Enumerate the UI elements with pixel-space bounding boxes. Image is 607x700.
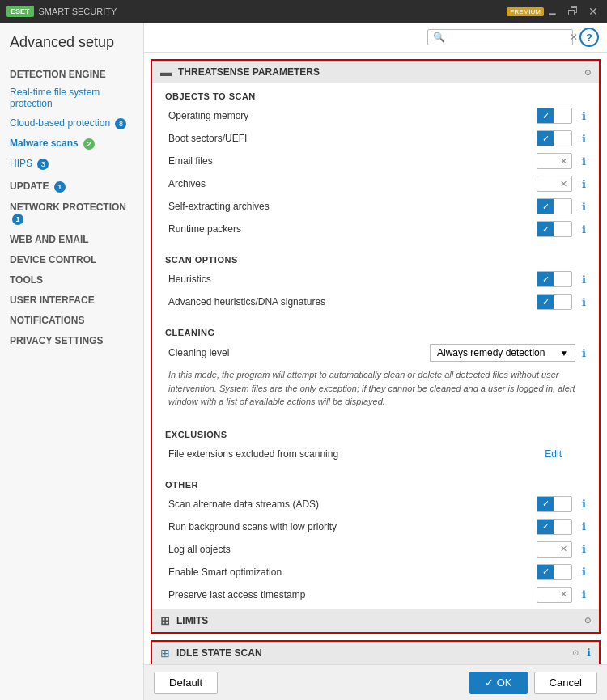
sidebar-item-cloud[interactable]: Cloud-based protection 8 <box>0 113 143 134</box>
ads-toggle[interactable]: ✓ <box>537 496 572 512</box>
runtime-packers-toggle[interactable]: ✓ <box>537 221 572 237</box>
log-all-objects-label: Log all objects <box>168 544 537 555</box>
malware-badge: 2 <box>83 138 95 150</box>
file-ext-exclusions-row: File extensions excluded from scanning E… <box>152 443 599 465</box>
last-access-timestamp-toggle[interactable]: ✕ <box>537 587 572 603</box>
operating-memory-toggle[interactable]: ✓ <box>537 108 572 124</box>
close-button[interactable]: ✕ <box>586 6 601 17</box>
sidebar-item-device[interactable]: DEVICE CONTROL <box>0 248 143 268</box>
email-files-toggle[interactable]: ✕ <box>537 153 572 169</box>
file-ext-label: File extensions excluded from scanning <box>168 448 545 460</box>
sidebar-item-realtime[interactable]: Real-time file system protection <box>0 83 143 113</box>
archives-info-icon[interactable]: ℹ <box>582 178 586 190</box>
section-scroll-icon: ⊙ <box>584 68 591 77</box>
last-access-timestamp-info-icon[interactable]: ℹ <box>582 588 586 600</box>
cancel-button[interactable]: Cancel <box>534 672 597 694</box>
maximize-button[interactable]: 🗗 <box>565 6 581 17</box>
idle-scan-info-icon[interactable]: ℹ <box>587 647 591 659</box>
heuristics-toggle[interactable]: ✓ <box>537 271 572 287</box>
adv-heuristics-label: Advanced heuristics/DNA signatures <box>168 296 537 308</box>
sidebar-item-hips[interactable]: HIPS 3 <box>0 154 143 174</box>
dropdown-arrow-icon: ▼ <box>560 349 568 358</box>
sidebar-title: Advanced setup <box>0 31 143 62</box>
archives-toggle[interactable]: ✕ <box>537 176 572 192</box>
ads-info-icon[interactable]: ℹ <box>582 498 586 510</box>
smart-optimization-info-icon[interactable]: ℹ <box>582 566 586 578</box>
footer-bar: Default ✓ OK Cancel <box>144 664 607 700</box>
other-title: OTHER <box>152 472 599 493</box>
smart-optimization-row: Enable Smart optimization ✓ ℹ <box>152 561 599 583</box>
search-input[interactable] <box>448 32 570 43</box>
cleaning-description: In this mode, the program will attempt t… <box>152 365 599 415</box>
sidebar-item-detection-engine[interactable]: DETECTION ENGINE <box>0 62 143 83</box>
toggle-x-icon <box>555 565 571 579</box>
ads-label: Scan alternate data streams (ADS) <box>168 498 537 510</box>
idle-scan-title: IDLE STATE SCAN <box>176 647 572 659</box>
sidebar-item-tools[interactable]: TOOLS <box>0 268 143 288</box>
cleaning-info-icon[interactable]: ℹ <box>582 347 586 359</box>
cleaning-level-row: Cleaning level Always remedy detection ▼… <box>152 341 599 365</box>
idle-scan-header[interactable]: ⊞ IDLE STATE SCAN ⊙ ℹ <box>152 642 599 664</box>
sidebar-item-update[interactable]: UPDATE 1 <box>0 174 143 195</box>
boot-sectors-toggle[interactable]: ✓ <box>537 130 572 146</box>
adv-heuristics-toggle[interactable]: ✓ <box>537 294 572 310</box>
boot-sectors-row: Boot sectors/UEFI ✓ ℹ <box>152 127 599 150</box>
cleaning-level-dropdown[interactable]: Always remedy detection ▼ <box>430 344 575 362</box>
minimize-button[interactable]: 🗕 <box>544 6 560 17</box>
exclusions-title: EXCLUSIONS <box>152 422 599 443</box>
eset-logo: ESET <box>6 6 34 17</box>
toggle-x-icon <box>555 520 571 534</box>
log-all-objects-toggle[interactable]: ✕ <box>537 541 572 558</box>
sidebar-item-web[interactable]: WEB AND EMAIL <box>0 227 143 248</box>
help-button[interactable]: ? <box>579 28 599 47</box>
heuristics-info-icon[interactable]: ℹ <box>582 274 586 286</box>
toggle-x-icon <box>555 108 571 123</box>
toggle-check-icon: ✓ <box>537 222 554 236</box>
search-clear-icon[interactable]: ✕ <box>570 32 578 43</box>
smart-optimization-toggle[interactable]: ✓ <box>537 564 572 580</box>
toggle-x-icon <box>555 222 571 236</box>
ok-button[interactable]: ✓ OK <box>469 672 527 694</box>
toggle-x-icon <box>555 272 571 286</box>
toggle-check-icon: ✓ <box>537 131 554 146</box>
section-collapse-icon[interactable]: ▬ <box>160 66 172 78</box>
log-all-objects-info-icon[interactable]: ℹ <box>582 543 586 555</box>
sidebar-item-ui[interactable]: USER INTERFACE <box>0 288 143 308</box>
content-area: 🔍 ✕ ? ▬ THREATSENSE PARAMETERS ⊙ OBJECTS… <box>144 23 607 700</box>
background-scans-label: Run background scans with low priority <box>168 521 537 532</box>
boot-sectors-info-icon[interactable]: ℹ <box>582 133 586 145</box>
email-files-row: Email files ✕ ℹ <box>152 150 599 172</box>
edit-exclusions-link[interactable]: Edit <box>545 448 562 460</box>
sidebar-item-privacy[interactable]: PRIVACY SETTINGS <box>0 329 143 349</box>
threatsense-header: ▬ THREATSENSE PARAMETERS ⊙ <box>152 61 599 83</box>
runtime-packers-info-icon[interactable]: ℹ <box>582 223 586 235</box>
background-scans-info-icon[interactable]: ℹ <box>582 520 586 532</box>
sidebar-item-malware[interactable]: Malware scans 2 <box>0 134 143 154</box>
smart-optimization-label: Enable Smart optimization <box>168 566 537 578</box>
email-files-info-icon[interactable]: ℹ <box>582 155 586 168</box>
toggle-x-icon <box>555 497 571 511</box>
self-extracting-toggle[interactable]: ✓ <box>537 198 572 214</box>
ads-row: Scan alternate data streams (ADS) ✓ ℹ <box>152 493 599 515</box>
toggle-x-icon <box>555 295 571 309</box>
toggle-check-icon: ✓ <box>537 295 554 309</box>
idle-scan-expand-icon[interactable]: ⊞ <box>160 647 170 660</box>
archives-label: Archives <box>168 178 537 189</box>
limits-scroll-icon: ⊙ <box>584 616 591 625</box>
heuristics-label: Heuristics <box>168 274 537 285</box>
default-button[interactable]: Default <box>154 672 218 694</box>
operating-memory-info-icon[interactable]: ℹ <box>582 110 586 122</box>
idle-scan-panel: ⊞ IDLE STATE SCAN ⊙ ℹ <box>151 640 601 665</box>
background-scans-toggle[interactable]: ✓ <box>537 519 572 535</box>
archives-row: Archives ✕ ℹ <box>152 172 599 195</box>
adv-heuristics-info-icon[interactable]: ℹ <box>582 296 586 308</box>
titlebar: ESET SMART SECURITY PREMIUM 🗕 🗗 ✕ <box>0 0 607 23</box>
sidebar-item-notifications[interactable]: NOTIFICATIONS <box>0 308 143 329</box>
sidebar-item-network[interactable]: NETWORK PROTECTION 1 <box>0 195 143 227</box>
limits-expand-icon[interactable]: ⊞ <box>160 614 170 627</box>
cleaning-level-value: Always remedy detection <box>437 347 545 358</box>
limits-title: LIMITS <box>176 615 584 626</box>
self-extracting-info-icon[interactable]: ℹ <box>582 201 586 213</box>
scan-options-title: SCAN OPTIONS <box>152 247 599 268</box>
search-box[interactable]: 🔍 ✕ <box>427 29 573 45</box>
